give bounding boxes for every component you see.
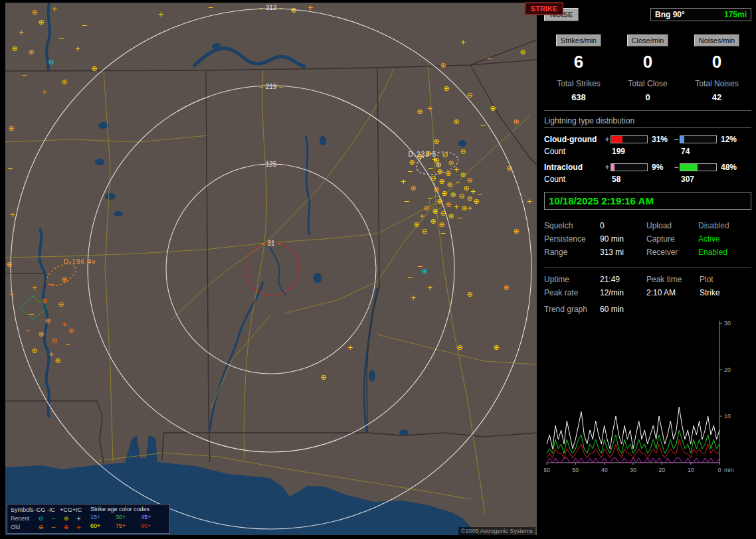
legend-cell: 30+ bbox=[116, 513, 141, 522]
total-close-value: 0 bbox=[613, 92, 682, 102]
bearing-label: Bng 90° bbox=[655, 10, 685, 19]
cg-negative-pct: 12% bbox=[718, 135, 742, 144]
distribution-title: Lightning type distribution bbox=[544, 116, 751, 128]
ic-positive-bar bbox=[611, 163, 648, 171]
legend-cell: 15+ bbox=[90, 513, 116, 522]
legend-cell: 60+ bbox=[90, 522, 116, 530]
totals-labels-row: Total Strikes Total Close Total Noises bbox=[544, 79, 751, 88]
legend-cell: Symbols bbox=[11, 506, 35, 514]
legend-age-header: Strike age color codes bbox=[90, 506, 166, 512]
receiver-status: Enabled bbox=[698, 248, 750, 257]
svg-text:30: 30 bbox=[724, 320, 731, 327]
minus-sign: − bbox=[673, 135, 680, 144]
bearing-range: 175mi bbox=[724, 10, 747, 19]
noises-per-min-label: Noises/min bbox=[694, 35, 739, 46]
control-panel: STRIKE NOISE Bng 90° 175mi Strikes/min C… bbox=[539, 0, 756, 539]
persistence-value: 90 min bbox=[600, 234, 646, 244]
legend-symbol-grid: Symbols-CG-IC+CG+ICRecent⊖−⊕+Old⊖−⊕+ bbox=[11, 506, 85, 532]
cg-positive-bar bbox=[611, 135, 648, 143]
capture-status: Active bbox=[698, 234, 750, 244]
svg-text:0: 0 bbox=[717, 467, 721, 473]
legend-cell: 90+ bbox=[141, 522, 166, 530]
ic-positive-pct: 9% bbox=[649, 163, 673, 172]
ic-negative-bar bbox=[680, 163, 717, 171]
cg-positive-pct: 31% bbox=[649, 135, 673, 144]
trend-graph: 1020306050403020100min bbox=[544, 318, 751, 483]
legend-cell: 45+ bbox=[141, 513, 166, 522]
close-per-min-value: 0 bbox=[613, 52, 682, 72]
legend-cell: − bbox=[47, 514, 60, 523]
legend-cell: ⊖ bbox=[35, 514, 47, 523]
plus-sign: + bbox=[604, 163, 611, 172]
svg-text:50: 50 bbox=[572, 467, 579, 473]
trend-graph-header: Trend graph 60 min bbox=[544, 302, 751, 315]
intracloud-row: Intracloud + 9% − 48% bbox=[544, 163, 751, 172]
map-geography bbox=[5, 3, 537, 535]
legend-cell: ⊕ bbox=[60, 514, 72, 523]
divider bbox=[544, 267, 751, 268]
legend-cell: ⊖ bbox=[35, 523, 47, 532]
total-strikes-value: 638 bbox=[544, 92, 613, 102]
intracloud-count-row: Count 58 307 bbox=[544, 175, 751, 184]
close-per-min-label: Close/min bbox=[627, 35, 669, 46]
lightning-map[interactable]: ⊕⊕⊕⊕⊖⊕−⊕⊕+⊕⊕⊖⊕⊕−⊕+⊕⊕⊕⊖⊕−⊕⊕+⊕⊕⊖⊕−⊕+⊕⊕−+⊕−… bbox=[5, 3, 537, 535]
cloud-ground-count-row: Count 199 74 bbox=[544, 147, 751, 156]
cloud-ground-label: Cloud-ground bbox=[544, 135, 604, 144]
squelch-value: 0 bbox=[600, 221, 646, 230]
upload-status: Disabled bbox=[698, 221, 750, 230]
legend-cell: -CG bbox=[35, 506, 47, 514]
peak-rate-label: Peak rate bbox=[544, 288, 600, 297]
total-noises-label: Total Noises bbox=[682, 79, 751, 88]
cg-negative-count: 74 bbox=[673, 147, 742, 156]
rate-chips-row: Strikes/min Close/min Noises/min bbox=[544, 35, 751, 46]
plot-mode-value: Strike bbox=[700, 288, 750, 297]
plot-label: Plot bbox=[700, 275, 750, 284]
nexstorm-app: ⊕⊕⊕⊕⊖⊕−⊕⊕+⊕⊕⊖⊕⊕−⊕+⊕⊕⊕⊖⊕−⊕⊕+⊕⊕⊖⊕−⊕+⊕⊕−+⊕−… bbox=[0, 0, 756, 539]
cg-negative-bar bbox=[680, 135, 717, 143]
strikes-per-min-value: 6 bbox=[544, 52, 613, 72]
legend-cell: + bbox=[72, 514, 85, 523]
total-strikes-label: Total Strikes bbox=[544, 79, 613, 88]
noises-per-min-value: 0 bbox=[682, 52, 751, 72]
svg-text:20: 20 bbox=[658, 467, 665, 473]
legend-age-codes: Strike age color codes 15+30+45+60+75+90… bbox=[90, 506, 166, 532]
legend-cell: Recent bbox=[11, 514, 35, 523]
svg-text:10: 10 bbox=[724, 413, 731, 420]
trend-graph-plot: 1020306050403020100min bbox=[544, 318, 743, 481]
minus-sign: − bbox=[673, 163, 680, 172]
peak-time-value: 2:10 AM bbox=[646, 288, 700, 297]
receiver-label: Receiver bbox=[646, 248, 698, 257]
persistence-label: Persistence bbox=[544, 234, 600, 244]
legend-cell: Old bbox=[11, 523, 35, 532]
peak-rate-value: 12/min bbox=[600, 288, 646, 297]
legend-cell: +IC bbox=[72, 506, 85, 514]
ic-negative-count: 307 bbox=[673, 175, 742, 184]
range-label: Range bbox=[544, 248, 600, 257]
ic-negative-pct: 48% bbox=[718, 163, 742, 172]
total-close-label: Total Close bbox=[613, 79, 682, 88]
svg-text:10: 10 bbox=[688, 467, 694, 473]
strike-mode-button[interactable]: STRIKE bbox=[525, 2, 563, 15]
total-noises-value: 42 bbox=[682, 92, 751, 102]
datetime-display: 10/18/2025 2:19:16 AM bbox=[544, 192, 751, 210]
settings-section: Squelch 0 Upload Disabled Persistence 90… bbox=[544, 219, 751, 259]
cloud-ground-row: Cloud-ground + 31% − 12% bbox=[544, 135, 751, 144]
legend-cell: 75+ bbox=[116, 522, 141, 530]
legend-cell: +CG bbox=[60, 506, 72, 514]
uptime-label: Uptime bbox=[544, 275, 600, 284]
status-section: Uptime 21:49 Peak time Plot Peak rate 12… bbox=[544, 273, 751, 299]
divider bbox=[544, 110, 751, 111]
squelch-label: Squelch bbox=[544, 221, 600, 230]
legend-cell: + bbox=[72, 523, 85, 532]
uptime-value: 21:49 bbox=[600, 275, 646, 284]
peak-time-label: Peak time bbox=[646, 275, 700, 284]
trend-duration-value: 60 min bbox=[600, 305, 646, 314]
ic-count-label: Count bbox=[544, 175, 604, 184]
legend-cell: − bbox=[47, 523, 60, 532]
legend-cell: -IC bbox=[47, 506, 60, 514]
capture-label: Capture bbox=[646, 234, 698, 244]
plus-sign: + bbox=[604, 135, 611, 144]
trend-graph-label: Trend graph bbox=[544, 305, 600, 314]
rate-values-row: 6 0 0 bbox=[544, 46, 751, 79]
bearing-display: Bng 90° 175mi bbox=[650, 8, 751, 21]
